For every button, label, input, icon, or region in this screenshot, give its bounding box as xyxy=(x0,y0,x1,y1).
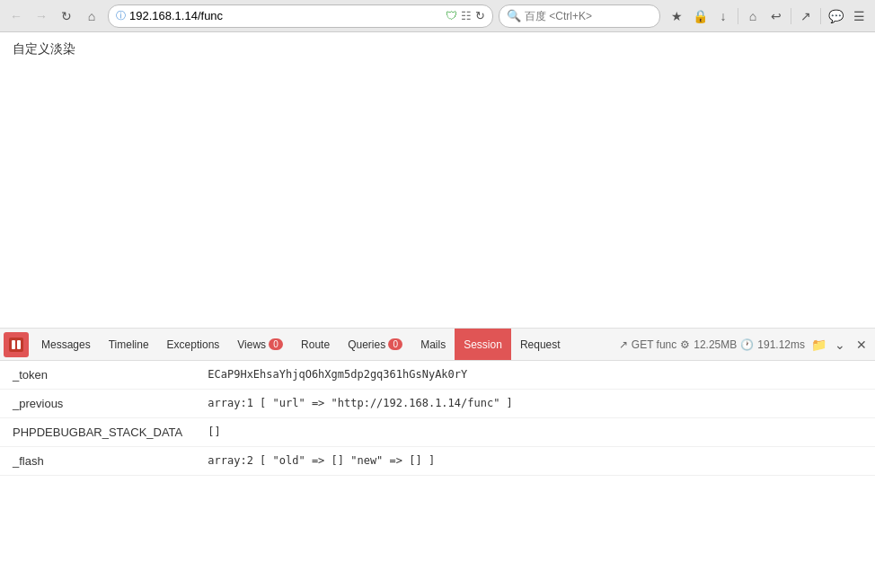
address-bar: ⓘ 🛡 ☷ ↻ xyxy=(108,4,493,28)
table-row: PHPDEBUGBAR_STACK_DATA [] xyxy=(0,418,875,447)
table-row: _flash array:2 [ "old" => [] "new" => []… xyxy=(0,447,875,476)
grid-icon: ☷ xyxy=(461,9,472,22)
tab-request[interactable]: Request xyxy=(511,329,570,361)
page-title: 自定义淡染 xyxy=(13,41,75,56)
shield-icon: 🛡 xyxy=(446,9,457,22)
session-value: ECaP9HxEhsaYhjqO6hXgm5dp2gq361hGsNyAk0rY xyxy=(195,361,875,390)
home-button[interactable]: ⌂ xyxy=(81,5,102,27)
back-button[interactable]: ← xyxy=(5,5,27,27)
address-input[interactable] xyxy=(129,9,442,22)
session-value: array:2 [ "old" => [] "new" => [] ] xyxy=(195,447,875,476)
share-icon[interactable]: ↗ xyxy=(795,5,817,27)
page-content: 自定义淡染 xyxy=(0,32,875,328)
chat-icon[interactable]: 💬 xyxy=(825,5,846,27)
search-input[interactable] xyxy=(525,10,659,22)
tab-session-label: Session xyxy=(464,338,502,351)
svg-rect-1 xyxy=(12,340,15,349)
close-icon[interactable]: ✕ xyxy=(852,335,871,355)
settings-icon: ⚙ xyxy=(680,338,690,351)
separator2 xyxy=(791,8,791,24)
search-bar: 🔍 xyxy=(499,4,660,28)
download-icon[interactable]: ↓ xyxy=(712,5,734,27)
chevron-down-icon[interactable]: ⌄ xyxy=(830,335,850,355)
views-badge: 0 xyxy=(269,338,283,350)
address-reload-icon[interactable]: ↻ xyxy=(475,9,485,22)
table-row: _previous array:1 [ "url" => "http://192… xyxy=(0,390,875,418)
time-label: 191.12ms xyxy=(757,338,805,351)
clock-icon: 🕐 xyxy=(740,338,754,351)
browser-chrome: ← → ↻ ⌂ ⓘ 🛡 ☷ ↻ 🔍 ★ 🔒 ↓ ⌂ ↩ ↗ 💬 ☰ xyxy=(0,0,875,32)
method-label: GET func xyxy=(632,338,676,351)
session-table: _token ECaP9HxEhsaYhjqO6hXgm5dp2gq361hGs… xyxy=(0,361,875,476)
debug-tab-info: ↗ GET func ⚙ 12.25MB 🕐 191.12ms xyxy=(619,338,805,351)
toolbar-icons: ★ 🔒 ↓ ⌂ ↩ ↗ 💬 ☰ xyxy=(666,5,870,27)
reload-button[interactable]: ↻ xyxy=(56,5,77,27)
home-toolbar-icon[interactable]: ⌂ xyxy=(742,5,764,27)
queries-badge: 0 xyxy=(388,338,402,350)
session-key: _flash xyxy=(0,447,195,476)
sync-icon[interactable]: 🔒 xyxy=(689,5,711,27)
bookmark-icon[interactable]: ★ xyxy=(666,5,687,27)
debug-bar-tabs: Messages Timeline Exceptions Views 0 Rou… xyxy=(0,329,875,361)
debug-tab-actions: 📁 ⌄ ✕ xyxy=(809,335,871,355)
svg-rect-0 xyxy=(9,338,23,352)
session-value: [] xyxy=(195,418,875,447)
tab-timeline-label: Timeline xyxy=(109,338,149,351)
tab-queries[interactable]: Queries 0 xyxy=(339,329,411,361)
memory-label: 12.25MB xyxy=(694,338,737,351)
tab-exceptions-label: Exceptions xyxy=(167,338,220,351)
debug-bar: Messages Timeline Exceptions Views 0 Rou… xyxy=(0,328,875,588)
tab-messages[interactable]: Messages xyxy=(32,329,100,361)
back-toolbar-icon[interactable]: ↩ xyxy=(765,5,787,27)
tab-mails-label: Mails xyxy=(420,338,446,351)
tab-queries-label: Queries xyxy=(348,338,385,351)
session-key: _token xyxy=(0,361,195,390)
tab-route-label: Route xyxy=(301,338,330,351)
debugbar-logo xyxy=(4,332,29,357)
svg-rect-2 xyxy=(17,340,21,349)
separator3 xyxy=(820,8,821,24)
tab-messages-label: Messages xyxy=(41,338,91,351)
search-icon: 🔍 xyxy=(507,9,521,22)
tab-views[interactable]: Views 0 xyxy=(228,329,292,361)
debugbar-logo-icon xyxy=(8,337,24,353)
tab-mails[interactable]: Mails xyxy=(411,329,455,361)
tab-request-label: Request xyxy=(520,338,561,351)
session-key: _previous xyxy=(0,390,195,418)
tab-session[interactable]: Session xyxy=(455,329,511,361)
tab-timeline[interactable]: Timeline xyxy=(100,329,158,361)
tab-exceptions[interactable]: Exceptions xyxy=(158,329,229,361)
separator xyxy=(738,8,738,24)
session-value: array:1 [ "url" => "http://192.168.1.14/… xyxy=(195,390,875,418)
security-icon: ⓘ xyxy=(116,9,126,22)
session-key: PHPDEBUGBAR_STACK_DATA xyxy=(0,418,195,447)
debug-content: _token ECaP9HxEhsaYhjqO6hXgm5dp2gq361hGs… xyxy=(0,361,875,588)
tab-route[interactable]: Route xyxy=(292,329,339,361)
table-row: _token ECaP9HxEhsaYhjqO6hXgm5dp2gq361hGs… xyxy=(0,361,875,390)
tab-views-label: Views xyxy=(237,338,266,351)
menu-icon[interactable]: ☰ xyxy=(848,5,870,27)
forward-button[interactable]: → xyxy=(31,5,52,27)
nav-buttons: ← → ↻ ⌂ xyxy=(5,5,102,27)
folder-icon[interactable]: 📁 xyxy=(809,335,828,355)
method-icon: ↗ xyxy=(619,338,628,351)
